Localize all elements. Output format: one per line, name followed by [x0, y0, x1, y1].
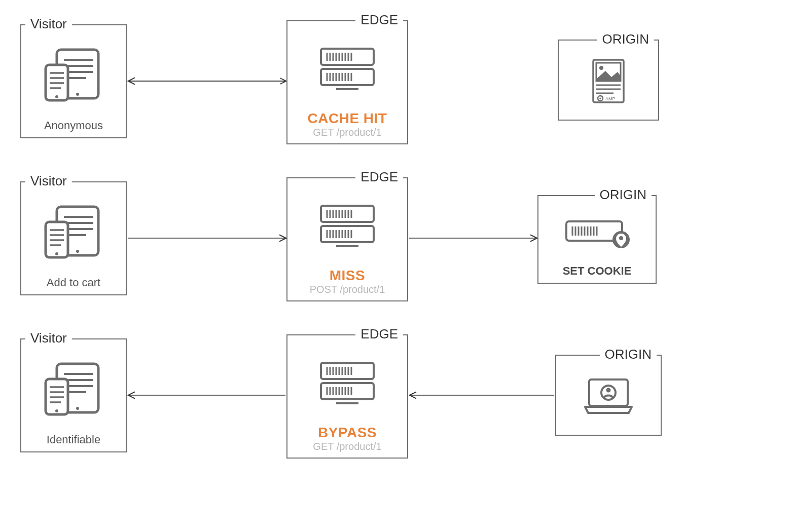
laptop-user-icon	[561, 363, 656, 430]
devices-icon	[26, 189, 121, 273]
edge-title-2: EDGE	[355, 169, 403, 185]
visitor-title-1: Visitor	[25, 16, 72, 32]
edge-status-3: BYPASS	[318, 425, 377, 441]
svg-point-93	[55, 409, 58, 412]
server-icon	[293, 185, 402, 268]
edge-status-2: MISS	[330, 268, 365, 284]
svg-point-1	[76, 93, 79, 96]
edge-sub-1: GET /product/1	[313, 127, 381, 138]
origin-box-1: ORIGIN AMP	[558, 40, 659, 121]
visitor-box-2: Visitor Add to cart	[20, 181, 127, 295]
svg-point-121	[606, 388, 611, 393]
edge-sub-2: POST /product/1	[310, 284, 385, 295]
origin-box-2: ORIGIN SET COOKIE	[537, 195, 657, 284]
svg-text:AMP: AMP	[605, 96, 616, 101]
svg-rect-53	[321, 206, 374, 222]
edge-status-1: CACHE HIT	[308, 110, 387, 127]
origin-box-3: ORIGIN	[555, 355, 662, 436]
visitor-caption-1: Anonymous	[44, 119, 103, 132]
server-icon	[293, 343, 402, 425]
edge-box-3: EDGE	[286, 334, 408, 459]
svg-rect-13	[321, 69, 374, 85]
visitor-caption-3: Identifiable	[47, 433, 100, 446]
svg-rect-98	[321, 363, 374, 379]
svg-point-48	[55, 252, 58, 255]
origin-title-2: ORIGIN	[595, 187, 652, 203]
svg-rect-119	[589, 379, 628, 406]
diagram-canvas: Visitor	[0, 0, 794, 532]
edge-title-1: EDGE	[355, 12, 403, 28]
visitor-box-1: Visitor	[20, 24, 127, 138]
edge-box-1: EDGE	[286, 20, 408, 144]
svg-point-7	[55, 95, 58, 98]
set-cookie-icon	[544, 203, 651, 261]
svg-point-42	[76, 250, 79, 253]
edge-title-3: EDGE	[355, 326, 403, 342]
amp-page-icon: AMP	[564, 48, 653, 115]
visitor-title-2: Visitor	[25, 173, 72, 189]
visitor-box-3: Visitor Identifiable	[20, 338, 127, 452]
origin-caption-2: SET COOKIE	[563, 264, 632, 278]
visitor-caption-2: Add to cart	[47, 276, 100, 289]
origin-title-1: ORIGIN	[597, 31, 654, 47]
visitor-title-3: Visitor	[25, 330, 72, 346]
server-icon	[293, 28, 402, 110]
svg-rect-99	[321, 383, 374, 399]
edge-sub-3: GET /product/1	[313, 441, 381, 452]
svg-point-85	[619, 236, 623, 240]
edge-box-2: EDGE	[286, 177, 408, 301]
svg-point-87	[76, 407, 79, 410]
devices-icon	[26, 347, 121, 430]
devices-icon	[26, 32, 121, 116]
svg-rect-12	[321, 49, 374, 65]
svg-rect-54	[321, 226, 374, 242]
svg-point-35	[599, 66, 603, 70]
origin-title-3: ORIGIN	[600, 347, 657, 362]
